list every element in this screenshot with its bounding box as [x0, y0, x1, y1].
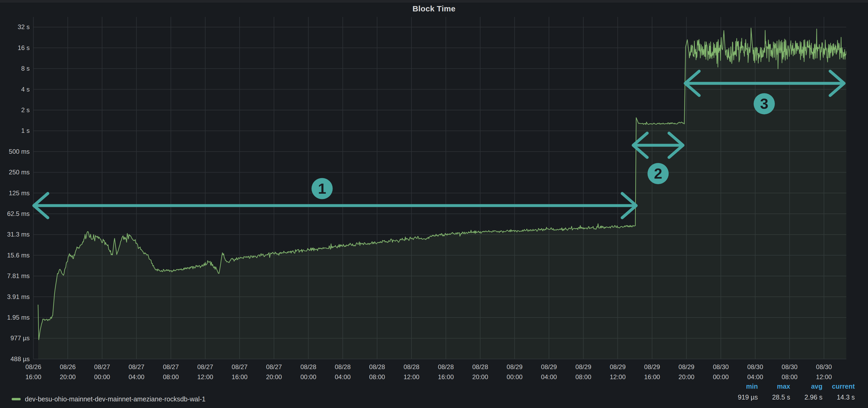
x-axis-tick-label: 08/2820:00: [472, 363, 488, 380]
y-axis-tick-label: 8 s: [21, 65, 30, 72]
x-axis-tick-label: 08/2616:00: [25, 363, 41, 380]
stat-value-min: 919 µs: [735, 394, 758, 401]
y-axis-tick-label: 31.3 ms: [7, 231, 30, 238]
y-axis-tick-label: 3.91 ms: [7, 293, 30, 300]
x-axis-tick-label: 08/2804:00: [335, 363, 350, 380]
y-axis-tick-label: 32 s: [18, 23, 30, 30]
badge-number: 3: [760, 95, 769, 112]
x-axis-tick-label: 08/2900:00: [506, 363, 522, 380]
x-axis-tick-label: 08/3004:00: [747, 363, 763, 380]
y-axis-tick-label: 1.95 ms: [7, 314, 30, 321]
grafana-panel: Block Time 32 s16 s8 s4 s2 s1 s500 ms250…: [0, 0, 868, 408]
x-axis-tick-label: 08/2704:00: [128, 363, 144, 380]
y-axis: 32 s16 s8 s4 s2 s1 s500 ms250 ms125 ms62…: [7, 23, 30, 362]
stat-value-max: 28.5 s: [767, 394, 790, 401]
annotation-arrow-1: [34, 194, 636, 218]
x-axis-tick-label: 08/2620:00: [60, 363, 76, 380]
y-axis-tick-label: 488 µs: [10, 355, 30, 363]
series-area-fill: [38, 28, 846, 359]
y-axis-tick-label: 16 s: [18, 44, 30, 51]
x-axis-tick-label: 08/2700:00: [94, 363, 110, 380]
y-axis-tick-label: 977 µs: [10, 334, 30, 342]
stat-value-avg: 2.96 s: [799, 394, 823, 401]
stat-header-avg[interactable]: avg: [799, 383, 823, 390]
y-axis-tick-label: 62.5 ms: [7, 210, 30, 217]
annotation-badge-2: 2: [647, 163, 669, 184]
x-axis-tick-label: 08/3012:00: [816, 363, 832, 380]
legend-series-label[interactable]: dev-besu-ohio-mainnet-dev-mainnet-amezia…: [25, 395, 206, 403]
y-axis-tick-label: 4 s: [21, 86, 30, 93]
y-axis-tick-label: 250 ms: [9, 169, 30, 176]
x-axis-tick-label: 08/2800:00: [300, 363, 316, 380]
x-axis-tick-label: 08/2808:00: [369, 363, 385, 380]
legend-stats-table: min max avg current 919 µs 28.5 s 2.96 s…: [735, 383, 855, 401]
annotation-badge-1: 1: [311, 178, 333, 199]
x-axis-tick-label: 08/3000:00: [713, 363, 729, 380]
badge-number: 1: [318, 180, 326, 197]
x-axis: 08/2616:0008/2620:0008/2700:0008/2704:00…: [25, 363, 832, 380]
y-axis-tick-label: 125 ms: [9, 190, 30, 197]
legend-series-swatch[interactable]: [12, 398, 21, 400]
y-axis-tick-label: 500 ms: [9, 148, 30, 155]
x-axis-tick-label: 08/2712:00: [197, 363, 213, 380]
y-axis-tick-label: 7.81 ms: [7, 272, 30, 279]
x-axis-tick-label: 08/2916:00: [644, 363, 660, 380]
x-axis-tick-label: 08/2920:00: [678, 363, 694, 380]
x-axis-tick-label: 08/2908:00: [576, 363, 591, 380]
stat-header-max[interactable]: max: [767, 383, 790, 390]
x-axis-tick-label: 08/2912:00: [610, 363, 626, 380]
x-axis-tick-label: 08/2720:00: [266, 363, 282, 380]
legend-item[interactable]: dev-besu-ohio-mainnet-dev-mainnet-amezia…: [12, 395, 206, 403]
x-axis-tick-label: 08/3008:00: [782, 363, 798, 380]
stat-value-current: 14.3 s: [832, 394, 855, 401]
x-axis-tick-label: 08/2812:00: [404, 363, 420, 380]
y-axis-tick-label: 2 s: [21, 106, 30, 113]
badge-number: 2: [654, 165, 662, 182]
series-layer: [38, 28, 846, 359]
y-axis-tick-label: 1 s: [21, 127, 30, 134]
x-axis-tick-label: 08/2904:00: [541, 363, 557, 380]
x-axis-tick-label: 08/2716:00: [232, 363, 248, 380]
annotation-badge-3: 3: [754, 93, 775, 114]
y-axis-tick-label: 15.6 ms: [7, 251, 30, 259]
stat-header-min[interactable]: min: [735, 383, 758, 390]
chart-canvas[interactable]: 32 s16 s8 s4 s2 s1 s500 ms250 ms125 ms62…: [0, 0, 868, 408]
stat-header-current[interactable]: current: [832, 383, 855, 390]
x-axis-tick-label: 08/2816:00: [438, 363, 454, 380]
x-axis-tick-label: 08/2708:00: [163, 363, 179, 380]
